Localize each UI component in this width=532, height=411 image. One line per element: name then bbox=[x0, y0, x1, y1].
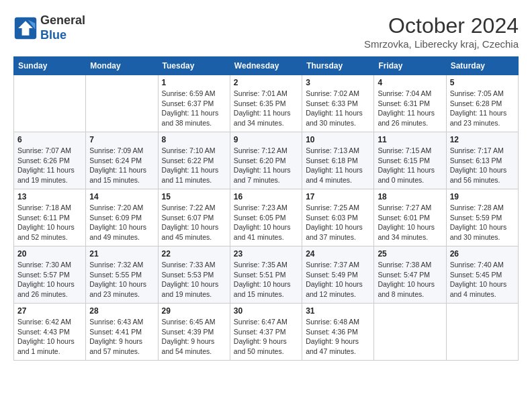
weekday-header-row: SundayMondayTuesdayWednesdayThursdayFrid… bbox=[14, 57, 519, 75]
day-number: 23 bbox=[234, 249, 298, 259]
day-number: 5 bbox=[450, 78, 515, 87]
calendar-cell: 5Sunrise: 7:05 AMSunset: 6:28 PMDaylight… bbox=[446, 75, 518, 132]
logo: General Blue bbox=[13, 13, 85, 42]
day-number: 13 bbox=[17, 192, 82, 201]
calendar-cell: 4Sunrise: 7:04 AMSunset: 6:31 PMDaylight… bbox=[374, 75, 446, 132]
day-number: 6 bbox=[17, 135, 82, 144]
calendar-cell: 28Sunrise: 6:43 AMSunset: 4:41 PMDayligh… bbox=[86, 304, 158, 361]
calendar-cell: 19Sunrise: 7:28 AMSunset: 5:59 PMDayligh… bbox=[446, 189, 518, 246]
day-info: Sunrise: 7:02 AMSunset: 6:33 PMDaylight:… bbox=[306, 89, 370, 128]
calendar-week-row: 1Sunrise: 6:59 AMSunset: 6:37 PMDaylight… bbox=[14, 75, 519, 132]
day-number: 10 bbox=[306, 135, 370, 144]
calendar-cell: 9Sunrise: 7:12 AMSunset: 6:20 PMDaylight… bbox=[230, 132, 302, 189]
day-info: Sunrise: 7:37 AMSunset: 5:49 PMDaylight:… bbox=[306, 260, 370, 300]
day-info: Sunrise: 7:22 AMSunset: 6:07 PMDaylight:… bbox=[162, 203, 226, 242]
day-number: 18 bbox=[378, 192, 442, 201]
calendar-cell: 1Sunrise: 6:59 AMSunset: 6:37 PMDaylight… bbox=[158, 75, 230, 132]
day-info: Sunrise: 6:47 AMSunset: 4:37 PMDaylight:… bbox=[234, 317, 298, 357]
calendar-cell: 3Sunrise: 7:02 AMSunset: 6:33 PMDaylight… bbox=[302, 75, 374, 132]
day-info: Sunrise: 7:40 AMSunset: 5:45 PMDaylight:… bbox=[450, 260, 515, 300]
day-number: 12 bbox=[450, 135, 515, 144]
calendar-cell: 7Sunrise: 7:09 AMSunset: 6:24 PMDaylight… bbox=[86, 132, 158, 189]
calendar-cell: 22Sunrise: 7:33 AMSunset: 5:53 PMDayligh… bbox=[158, 246, 230, 304]
calendar-cell: 31Sunrise: 6:48 AMSunset: 4:36 PMDayligh… bbox=[302, 304, 374, 361]
day-number: 25 bbox=[378, 249, 442, 259]
day-info: Sunrise: 7:10 AMSunset: 6:22 PMDaylight:… bbox=[162, 146, 226, 185]
page-header: General Blue October 2024 Smrzovka, Libe… bbox=[13, 13, 519, 50]
calendar-cell: 17Sunrise: 7:25 AMSunset: 6:03 PMDayligh… bbox=[302, 189, 374, 246]
day-info: Sunrise: 7:30 AMSunset: 5:57 PMDaylight:… bbox=[17, 260, 82, 300]
day-number: 15 bbox=[162, 192, 226, 201]
day-number: 7 bbox=[89, 135, 154, 144]
day-info: Sunrise: 7:12 AMSunset: 6:20 PMDaylight:… bbox=[234, 146, 298, 185]
calendar-table: SundayMondayTuesdayWednesdayThursdayFrid… bbox=[13, 56, 519, 361]
calendar-cell: 6Sunrise: 7:07 AMSunset: 6:26 PMDaylight… bbox=[14, 132, 86, 189]
weekday-header: Sunday bbox=[14, 57, 86, 75]
day-number: 28 bbox=[89, 306, 154, 316]
day-info: Sunrise: 7:35 AMSunset: 5:51 PMDaylight:… bbox=[234, 260, 298, 300]
weekday-header: Monday bbox=[86, 57, 158, 75]
day-number: 4 bbox=[378, 78, 442, 87]
day-info: Sunrise: 6:48 AMSunset: 4:36 PMDaylight:… bbox=[306, 317, 370, 357]
calendar-cell: 10Sunrise: 7:13 AMSunset: 6:18 PMDayligh… bbox=[302, 132, 374, 189]
calendar-cell: 24Sunrise: 7:37 AMSunset: 5:49 PMDayligh… bbox=[302, 246, 374, 304]
day-info: Sunrise: 7:18 AMSunset: 6:11 PMDaylight:… bbox=[17, 203, 82, 242]
calendar-week-row: 27Sunrise: 6:42 AMSunset: 4:43 PMDayligh… bbox=[14, 304, 519, 361]
day-info: Sunrise: 6:45 AMSunset: 4:39 PMDaylight:… bbox=[162, 317, 226, 357]
day-info: Sunrise: 6:59 AMSunset: 6:37 PMDaylight:… bbox=[162, 89, 226, 128]
title-block: October 2024 Smrzovka, Liberecky kraj, C… bbox=[364, 13, 519, 50]
calendar-cell: 21Sunrise: 7:32 AMSunset: 5:55 PMDayligh… bbox=[86, 246, 158, 304]
day-number: 19 bbox=[450, 192, 515, 201]
day-info: Sunrise: 7:32 AMSunset: 5:55 PMDaylight:… bbox=[89, 260, 154, 300]
calendar-cell bbox=[446, 304, 518, 361]
day-info: Sunrise: 7:04 AMSunset: 6:31 PMDaylight:… bbox=[378, 89, 442, 128]
calendar-cell: 18Sunrise: 7:27 AMSunset: 6:01 PMDayligh… bbox=[374, 189, 446, 246]
day-number: 21 bbox=[89, 249, 154, 259]
calendar-cell: 20Sunrise: 7:30 AMSunset: 5:57 PMDayligh… bbox=[14, 246, 86, 304]
logo-icon bbox=[13, 16, 38, 40]
day-info: Sunrise: 7:33 AMSunset: 5:53 PMDaylight:… bbox=[162, 260, 226, 300]
day-info: Sunrise: 7:23 AMSunset: 6:05 PMDaylight:… bbox=[234, 203, 298, 242]
day-info: Sunrise: 7:05 AMSunset: 6:28 PMDaylight:… bbox=[450, 89, 515, 128]
calendar-cell bbox=[14, 75, 86, 132]
location: Smrzovka, Liberecky kraj, Czechia bbox=[364, 38, 519, 50]
day-info: Sunrise: 7:01 AMSunset: 6:35 PMDaylight:… bbox=[234, 89, 298, 128]
calendar-week-row: 13Sunrise: 7:18 AMSunset: 6:11 PMDayligh… bbox=[14, 189, 519, 246]
day-number: 17 bbox=[306, 192, 370, 201]
day-number: 1 bbox=[162, 78, 226, 87]
day-number: 27 bbox=[17, 306, 82, 316]
day-info: Sunrise: 7:38 AMSunset: 5:47 PMDaylight:… bbox=[378, 260, 442, 300]
day-number: 22 bbox=[162, 249, 226, 259]
day-number: 16 bbox=[234, 192, 298, 201]
calendar-week-row: 20Sunrise: 7:30 AMSunset: 5:57 PMDayligh… bbox=[14, 246, 519, 304]
weekday-header: Tuesday bbox=[158, 57, 230, 75]
day-number: 3 bbox=[306, 78, 370, 87]
calendar-cell: 16Sunrise: 7:23 AMSunset: 6:05 PMDayligh… bbox=[230, 189, 302, 246]
day-info: Sunrise: 7:25 AMSunset: 6:03 PMDaylight:… bbox=[306, 203, 370, 242]
calendar-cell: 30Sunrise: 6:47 AMSunset: 4:37 PMDayligh… bbox=[230, 304, 302, 361]
day-number: 29 bbox=[162, 306, 226, 316]
day-number: 8 bbox=[162, 135, 226, 144]
day-info: Sunrise: 7:07 AMSunset: 6:26 PMDaylight:… bbox=[17, 146, 82, 185]
calendar-cell: 14Sunrise: 7:20 AMSunset: 6:09 PMDayligh… bbox=[86, 189, 158, 246]
calendar-week-row: 6Sunrise: 7:07 AMSunset: 6:26 PMDaylight… bbox=[14, 132, 519, 189]
day-info: Sunrise: 7:20 AMSunset: 6:09 PMDaylight:… bbox=[89, 203, 154, 242]
day-number: 24 bbox=[306, 249, 370, 259]
calendar-cell: 26Sunrise: 7:40 AMSunset: 5:45 PMDayligh… bbox=[446, 246, 518, 304]
day-number: 14 bbox=[89, 192, 154, 201]
calendar-cell bbox=[86, 75, 158, 132]
day-number: 26 bbox=[450, 249, 515, 259]
day-number: 20 bbox=[17, 249, 82, 259]
weekday-header: Wednesday bbox=[230, 57, 302, 75]
calendar-cell: 8Sunrise: 7:10 AMSunset: 6:22 PMDaylight… bbox=[158, 132, 230, 189]
calendar-cell: 23Sunrise: 7:35 AMSunset: 5:51 PMDayligh… bbox=[230, 246, 302, 304]
day-info: Sunrise: 7:13 AMSunset: 6:18 PMDaylight:… bbox=[306, 146, 370, 185]
day-number: 11 bbox=[378, 135, 442, 144]
day-number: 9 bbox=[234, 135, 298, 144]
weekday-header: Saturday bbox=[446, 57, 518, 75]
calendar-cell: 27Sunrise: 6:42 AMSunset: 4:43 PMDayligh… bbox=[14, 304, 86, 361]
calendar-cell: 25Sunrise: 7:38 AMSunset: 5:47 PMDayligh… bbox=[374, 246, 446, 304]
logo-blue: Blue bbox=[40, 28, 66, 42]
calendar-cell: 29Sunrise: 6:45 AMSunset: 4:39 PMDayligh… bbox=[158, 304, 230, 361]
day-number: 2 bbox=[234, 78, 298, 87]
